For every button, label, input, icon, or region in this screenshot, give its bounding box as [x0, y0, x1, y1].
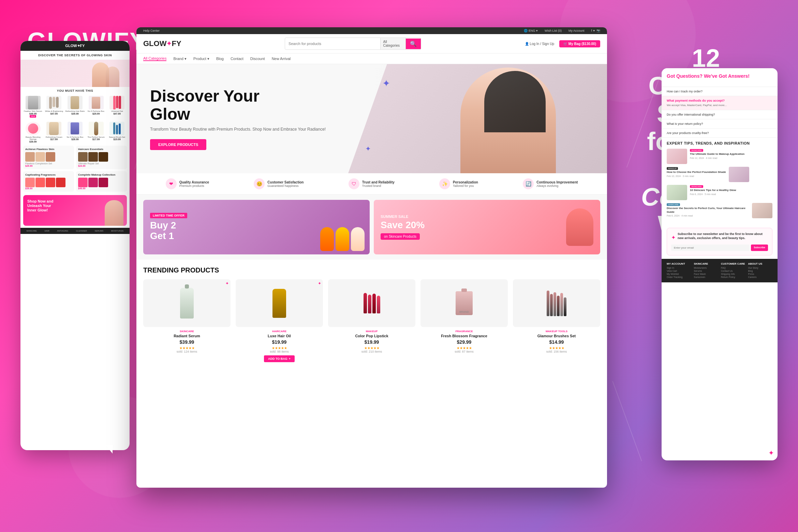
rm-blog-img-2: [729, 167, 749, 182]
cm-features: ❤ Quality Assurance Premium products 😊 C…: [136, 173, 607, 195]
cm-serum-name: Radiant Serum: [174, 334, 200, 338]
cm-account[interactable]: My Account: [568, 29, 585, 32]
cm-brushes-img: [513, 279, 600, 327]
rm-blog-1: SKINCARE The Ultimate Guide to Makeup Ap…: [667, 149, 772, 164]
center-bubble-tail: [368, 460, 385, 471]
cm-social: f ✦ 📷: [591, 29, 600, 32]
cm-sale-season: SUMMER SALE: [381, 215, 425, 219]
cm-lipstick-img: [328, 279, 415, 327]
rm-footer-col-4: ABOUT US Our Story Blog Press Careers: [748, 262, 773, 279]
cm-search-btn[interactable]: 🔍: [406, 39, 421, 49]
cm-prod-yellow: [336, 227, 349, 251]
lm-promo-banner: Shop Now and Unleash Your Inner Glow!: [23, 195, 127, 226]
cm-product-serum: ✦ SKINCARE Radiant Serum $39.99 ★★★★★ so…: [143, 279, 231, 362]
lm-footer: SKINCARE HAIR ANTIAGING CLEANSER SERUMS …: [20, 228, 130, 234]
cm-nav-newarrival[interactable]: New Arrival: [272, 57, 291, 61]
lm-product-1: Feather Skin Serum $49.95 SALE: [23, 96, 43, 118]
rm-blog-3: SKINCARE 10 Skincare Tips for a Healthy …: [667, 185, 772, 200]
cm-perfume-stars: ★★★★★: [457, 346, 472, 350]
cm-nav-links: All Categories Brand ▾ Product ▾ Blog Co…: [136, 54, 607, 64]
lm-sponges-grid: Beauty Blending Sponge $39.99 Refreshing…: [20, 120, 130, 144]
cm-nav-brand[interactable]: Brand ▾: [173, 57, 186, 61]
cm-product-lipstick: MAKEUP Color Pop Lipstick $19.99 ★★★★★ s…: [328, 279, 415, 362]
cm-quality-icon: ❤: [166, 178, 177, 189]
rm-faq-4[interactable]: What is your return policy?: [662, 119, 778, 129]
cm-search-input[interactable]: [285, 40, 380, 48]
cm-nav-blog[interactable]: Blog: [216, 57, 224, 61]
lm-header: GLOW✦FY: [20, 41, 130, 51]
cm-product-perfume: BRAND FRAGRANCE Fresh Blossom Fragrance …: [420, 279, 508, 362]
cm-banner-buy2: Buy 2Get 1: [150, 220, 187, 241]
rm-nl-submit[interactable]: Subscribe: [751, 245, 768, 251]
lm-sponge-1: Beauty Blending Sponge $39.99: [23, 122, 43, 143]
cm-nav-discount[interactable]: Discount: [250, 57, 265, 61]
cm-brushes-price: $14.99: [549, 339, 564, 345]
rm-footer: MY ACCOUNT Sign In View Cart My Wishlist…: [662, 259, 778, 282]
cm-nav-all[interactable]: All Categories: [143, 56, 166, 61]
cm-serum-tag: SKINCARE: [180, 330, 194, 333]
cm-brushes-stars: ★★★★★: [549, 346, 564, 350]
cm-cart[interactable]: 🛒 My Bag ($130.00): [559, 40, 600, 47]
cm-hero-sub: Transform Your Beauty Routine with Premi…: [150, 127, 326, 132]
rm-faq-1[interactable]: How can I track my order?: [662, 87, 778, 96]
rm-faq-title: Got Questions? We've Got Answers!: [667, 73, 772, 79]
cm-feature-customer: 😊 Customer Satisfaction Guaranteed happi…: [254, 178, 304, 189]
lm-banner-text: DISCOVER THE SECRETS OF GLOWING SKIN: [20, 51, 130, 60]
cm-nav-contact[interactable]: Contact: [231, 57, 243, 61]
rm-blog-img-4: [752, 203, 772, 218]
cm-feature-continuous: 🔄 Continuous Improvement Always evolving: [523, 178, 578, 189]
rm-faq-3[interactable]: Do you offer international shipping?: [662, 110, 778, 119]
cm-navbar: GLOW✦FY All Categories 🔍 👤 Log In / Sign…: [136, 34, 607, 54]
lm-product-3: Refreshing Hair Balm $39.99: [65, 96, 85, 118]
lm-cat-makeup: Complete Makeup Collection $49.99: [76, 171, 127, 192]
lm-product-2: White & Brightening $47.95: [44, 96, 64, 118]
cm-personal-icon: ✨: [439, 178, 450, 189]
cm-login[interactable]: 👤 Log In / Sign Up: [525, 42, 555, 46]
rm-nl-deco: ✦: [768, 449, 774, 457]
rm-nl-form: Subscribe: [671, 245, 768, 251]
cm-banners: LIMITED TIME OFFER Buy 2Get 1 SUMMER SAL…: [136, 195, 607, 260]
lm-sponge-4: The Perfect Serum $17.99: [86, 122, 106, 143]
rm-footer-col-2: SKINCARE Moisturizers Serums Face Wash S…: [694, 262, 719, 279]
rm-nl-icon: ✦: [671, 234, 676, 241]
cm-perfume-name: Fresh Blossom Fragrance: [441, 334, 487, 338]
rm-faq-2[interactable]: What payment methods do you accept? We a…: [662, 96, 778, 110]
cm-feature-quality: ❤ Quality Assurance Premium products: [166, 178, 209, 189]
lm-banner-img: [20, 60, 130, 87]
cm-lipstick-tag: MAKEUP: [366, 330, 378, 333]
cm-serum-stars: ★★★★★: [179, 346, 195, 350]
cm-help: Help Center: [143, 29, 160, 32]
cm-hairoil-tag: HAIRCARE: [272, 330, 286, 333]
cm-hero: Discover Your Glow Transform Your Beauty…: [136, 64, 607, 173]
rm-faq-5[interactable]: Are your products cruelty-free?: [662, 129, 778, 138]
center-mockup: Help Center 🌐 ENG ▾ Wish List (0) My Acc…: [136, 27, 607, 488]
cm-wishlist[interactable]: Wish List (0): [545, 29, 562, 32]
cm-navbar-logo: GLOW✦FY: [143, 39, 181, 48]
cm-nav-product[interactable]: Product ▾: [193, 57, 209, 61]
cm-continuous-icon: 🔄: [523, 178, 534, 189]
rm-blog-2: MAKEUP How to Choose the Perfect Foundat…: [667, 167, 772, 182]
cm-hero-title: Discover Your Glow: [150, 87, 326, 123]
cm-sale-product: [566, 208, 593, 246]
cm-trending: TRENDING PRODUCTS ✦ SKINCARE Radiant Ser…: [136, 260, 607, 369]
cm-search-bar[interactable]: All Categories 🔍: [285, 38, 421, 50]
cm-lang: 🌐 ENG ▾: [524, 29, 538, 32]
cm-perfume-img: BRAND: [420, 279, 508, 327]
cm-serum-price: $39.99: [180, 339, 194, 345]
lm-cat-skin: Achieve Flawless Skin Flawless Complexio…: [23, 146, 74, 169]
cm-products-row: ✦ SKINCARE Radiant Serum $39.99 ★★★★★ so…: [143, 279, 600, 362]
cm-lipstick-name: Color Pop Lipstick: [355, 334, 388, 338]
cm-brushes-tag: MAKEUP TOOLS: [546, 330, 567, 333]
cm-sale-title: Save 20%: [381, 220, 425, 231]
cm-hairoil-add[interactable]: ADD TO BAG +: [264, 355, 295, 362]
rm-nl-email[interactable]: [671, 245, 750, 251]
cm-product-brushes: MAKEUP TOOLS Glamour Brushes Set $14.99 …: [513, 279, 600, 362]
rm-faq-header: Got Questions? We've Got Answers!: [662, 68, 778, 87]
lm-sponge-2: Refreshing Cream $17.99: [44, 122, 64, 143]
rm-blog-4: HAIRCARE Discover the Secrets to Perfect…: [667, 203, 772, 218]
cm-feature-personal: ✨ Personalization Tailored for you: [439, 178, 478, 189]
left-mockup: GLOW✦FY DISCOVER THE SECRETS OF GLOWING …: [20, 41, 130, 450]
cm-navbar-actions: 👤 Log In / Sign Up 🛒 My Bag ($130.00): [525, 40, 600, 47]
cm-hero-cta[interactable]: EXPLORE PRODUCTS: [150, 139, 206, 150]
cm-search-cat[interactable]: All Categories: [380, 38, 406, 49]
